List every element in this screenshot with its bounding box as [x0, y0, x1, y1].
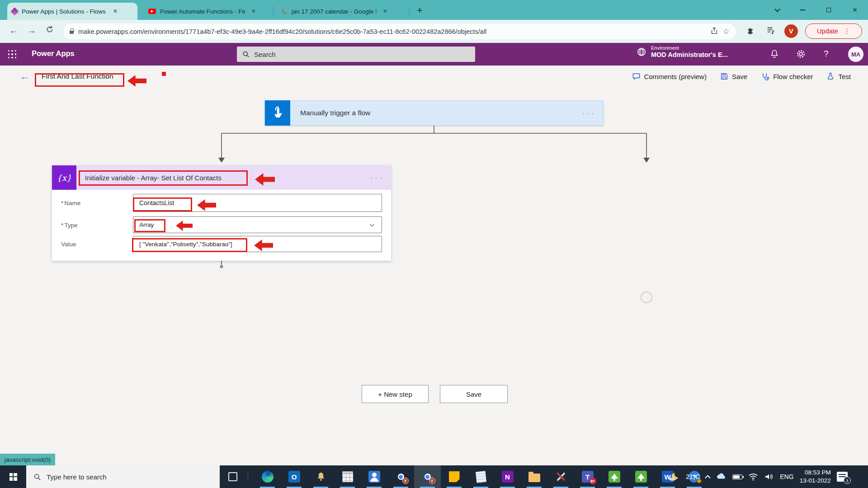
- browser-back-button[interactable]: ←: [7, 25, 20, 36]
- side-panel-icon[interactable]: [766, 25, 776, 37]
- bookmark-star-icon[interactable]: ☆: [723, 27, 730, 36]
- clock-time: 08:53 PM: [800, 469, 831, 477]
- tab-google-calendar-search[interactable]: G jan 17 2007 calendar - Google Se ×: [278, 3, 406, 20]
- screen: Power Apps | Solutions - Flows × Power A…: [0, 0, 868, 488]
- test-button[interactable]: Test: [826, 72, 851, 80]
- browser-address-bar: ← → make.powerapps.com/environments/1771…: [0, 20, 868, 43]
- battery-icon[interactable]: [732, 474, 742, 479]
- browser-profile-avatar[interactable]: V: [784, 24, 798, 38]
- windows-logo-icon: [9, 473, 17, 481]
- taskbar-folder-icon[interactable]: [521, 465, 547, 488]
- annotation-red-dot: [162, 72, 166, 76]
- tab-close-icon[interactable]: ×: [381, 7, 390, 16]
- value-field-label: Value: [61, 241, 76, 248]
- browser-status-tooltip: javascript:void(0): [0, 454, 55, 465]
- taskbar-outlook-icon[interactable]: O: [281, 465, 307, 488]
- taskbar-notepad-icon[interactable]: [467, 465, 494, 488]
- flow-save-button[interactable]: Save: [440, 385, 508, 403]
- trigger-card-title: Manually trigger a flow: [300, 109, 370, 117]
- trigger-card-manually-trigger-flow[interactable]: Manually trigger a flow · · ·: [264, 100, 604, 126]
- save-floppy-icon: [720, 72, 728, 80]
- action-card-header[interactable]: {x} Initialize variable - Array- Set Lis…: [52, 165, 391, 190]
- taskbar-chrome-profile-icon-active[interactable]: V: [414, 465, 441, 488]
- value-field-input[interactable]: [133, 236, 382, 252]
- tab-title: Power Automate Functions - First: [160, 8, 245, 15]
- temperature-readout[interactable]: 21°C: [686, 473, 700, 480]
- flow-back-button[interactable]: ←: [20, 71, 29, 82]
- url-bar[interactable]: make.powerapps.com/environments/1771a4b7…: [63, 23, 736, 39]
- taskbar-teams-icon[interactable]: T9+: [574, 465, 601, 488]
- window-maximize-button[interactable]: [818, 0, 839, 20]
- action-center-icon[interactable]: 3: [837, 472, 848, 482]
- taskbar-search-box[interactable]: Type here to search: [26, 465, 220, 488]
- taskbar-calendar-icon[interactable]: [334, 465, 361, 488]
- wifi-icon[interactable]: [748, 473, 758, 481]
- taskbar-edge-icon[interactable]: [254, 465, 281, 488]
- taskbar-sticky-notes-icon[interactable]: [441, 465, 467, 488]
- browser-menu-icon[interactable]: ⋮: [844, 27, 850, 35]
- trigger-card-menu[interactable]: · · ·: [583, 110, 594, 117]
- action-card-initialize-variable: {x} Initialize variable - Array- Set Lis…: [52, 165, 391, 261]
- share-icon[interactable]: [710, 27, 718, 37]
- tab-close-icon[interactable]: ×: [111, 7, 120, 16]
- task-view-icon[interactable]: [228, 472, 237, 481]
- taskbar-tools-icon[interactable]: [547, 465, 574, 488]
- help-icon[interactable]: ?: [824, 49, 829, 59]
- taskbar-greenshot-icon[interactable]: [601, 465, 627, 488]
- tab-search-icon[interactable]: [767, 0, 788, 20]
- tab-divider: [409, 6, 410, 14]
- save-button[interactable]: Save: [720, 72, 747, 80]
- windows-taskbar: Type here to search O V V N T9+: [0, 465, 868, 488]
- waffle-menu-icon[interactable]: [8, 50, 17, 59]
- window-minimize-button[interactable]: [792, 0, 813, 20]
- window-close-button[interactable]: ×: [844, 0, 865, 20]
- youtube-favicon: [148, 9, 156, 14]
- comment-bubble-icon: [632, 72, 641, 81]
- taskbar-onenote-icon[interactable]: N: [494, 465, 521, 488]
- taskbar-notification-bell-icon[interactable]: [307, 465, 334, 488]
- start-button[interactable]: [0, 465, 26, 488]
- taskbar-greenshot-icon-2[interactable]: [627, 465, 654, 488]
- tab-divider: [273, 6, 274, 14]
- new-tab-button[interactable]: +: [417, 5, 423, 16]
- name-field-input[interactable]: [133, 194, 382, 212]
- weather-moon-icon: [668, 472, 680, 482]
- environment-picker[interactable]: Environment MOD Administrator's E...: [637, 45, 728, 58]
- extensions-puzzle-icon[interactable]: [746, 25, 756, 37]
- tab-close-icon[interactable]: ×: [249, 7, 258, 16]
- name-field-label: *Name: [61, 200, 80, 206]
- action-card-menu[interactable]: · · ·: [371, 174, 382, 181]
- system-tray: 21°C ENG 08:53 PM 13-01-2022 3: [668, 465, 848, 488]
- taskbar-pinned-apps: O V V N T9+ W ?: [254, 465, 708, 488]
- taskbar-people-icon[interactable]: [361, 465, 387, 488]
- browser-update-button[interactable]: Update ⋮: [805, 23, 862, 39]
- language-indicator[interactable]: ENG: [780, 473, 793, 480]
- app-brand-title: Power Apps: [32, 49, 75, 58]
- browser-refresh-button[interactable]: [43, 25, 56, 36]
- taskbar-clock[interactable]: 08:53 PM 13-01-2022: [800, 469, 831, 485]
- tab-power-automate-functions[interactable]: Power Automate Functions - First ×: [144, 3, 270, 20]
- app-search-box[interactable]: Search: [237, 47, 475, 62]
- account-avatar[interactable]: MA: [848, 47, 863, 62]
- settings-gear-icon[interactable]: [796, 49, 806, 61]
- type-field-dropdown[interactable]: Array: [133, 216, 382, 233]
- notification-count-badge: 3: [844, 477, 851, 484]
- url-text[interactable]: make.powerapps.com/environments/1771a4b7…: [78, 28, 706, 35]
- notifications-bell-icon[interactable]: [769, 49, 779, 61]
- flow-checker-button[interactable]: Flow checker: [761, 72, 813, 81]
- tab-power-apps[interactable]: Power Apps | Solutions - Flows ×: [7, 3, 137, 20]
- browser-forward-button[interactable]: →: [25, 25, 38, 36]
- volume-icon[interactable]: [764, 473, 774, 481]
- search-icon: [33, 473, 41, 481]
- taskbar-chrome-profile-icon[interactable]: V: [387, 465, 414, 488]
- clock-date: 13-01-2022: [800, 477, 831, 485]
- comments-button[interactable]: Comments (preview): [632, 72, 707, 81]
- tab-title: jan 17 2007 calendar - Google Se: [292, 8, 377, 15]
- onedrive-icon[interactable]: [716, 473, 726, 480]
- variable-icon: {x}: [52, 165, 76, 190]
- flow-name[interactable]: First And Last Function: [42, 72, 113, 80]
- new-step-button[interactable]: + New step: [362, 385, 429, 403]
- type-field-value: Array: [139, 221, 154, 228]
- tray-overflow-chevron-icon[interactable]: [705, 475, 711, 481]
- globe-icon: [637, 47, 646, 57]
